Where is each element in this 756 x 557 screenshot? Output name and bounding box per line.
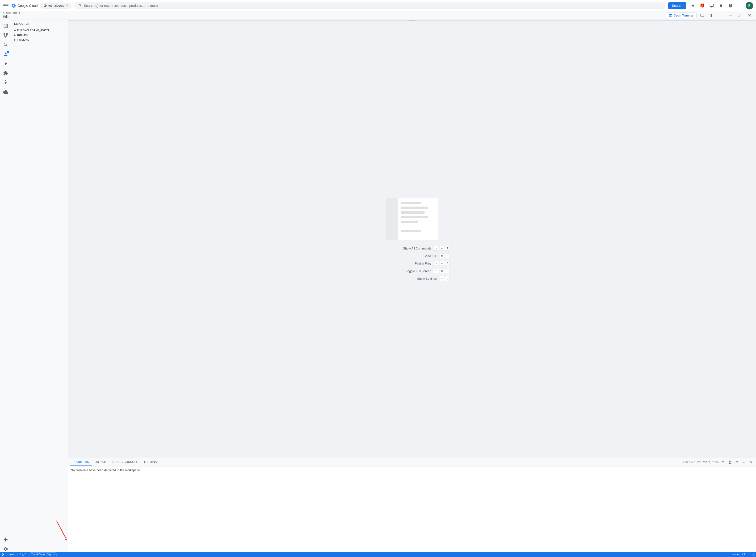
extensions-icon: [3, 70, 8, 76]
google-cloud-logo[interactable]: Google Cloud: [11, 3, 38, 8]
svg-point-6: [3, 33, 5, 35]
activity-accounts[interactable]: [1, 50, 10, 58]
accounts-badge: [7, 51, 9, 53]
editor-main: Show All Commands ⇧ ⌘ P Go to File ⌘ P: [68, 21, 302, 223]
sidebar-header: Explorer ...: [11, 20, 68, 28]
project-icon: [44, 4, 47, 7]
search-input[interactable]: [84, 4, 302, 7]
activity-extensions[interactable]: [1, 69, 10, 77]
activity-cloud[interactable]: [1, 88, 10, 96]
svg-point-7: [6, 33, 7, 35]
search-icon: [78, 4, 82, 7]
hamburger-menu[interactable]: [3, 3, 8, 8]
source-control-icon: [3, 33, 8, 38]
project-dropdown-icon: [65, 4, 68, 7]
google-cloud-icon: [11, 3, 16, 8]
editor-area: Show All Commands ⇧ ⌘ P Go to File ⌘ P: [68, 20, 302, 223]
project-chip[interactable]: test-aidemy: [40, 3, 72, 8]
sidebar-item-timeline[interactable]: ▶ TIMELINE: [11, 37, 68, 42]
logo-text: Google Cloud: [18, 4, 38, 7]
cloud-shell-title: Editor: [3, 15, 21, 19]
explorer-icon: [3, 23, 8, 29]
main-layout: Explorer ... ▶ EURONCLEGANE_666674 ▶ OUT…: [0, 20, 302, 223]
search-bar[interactable]: [74, 2, 302, 9]
activity-search-icon: [3, 42, 8, 48]
activity-bar: [0, 20, 11, 223]
svg-point-1: [45, 5, 46, 6]
project-name: test-aidemy: [48, 4, 64, 7]
sidebar: Explorer ... ▶ EURONCLEGANE_666674 ▶ OUT…: [11, 20, 68, 223]
sidebar-title: Explorer: [14, 22, 29, 25]
sidebar-more-options[interactable]: ...: [61, 22, 65, 26]
cloud-shell-label: CLOUD SHELL: [3, 12, 21, 15]
cloud-shell-bar: CLOUD SHELL Editor Open Terminal ⋮ — ✕: [0, 11, 302, 20]
chevron-right-icon: ▶: [14, 29, 16, 32]
sidebar-euronclegane-label: EURONCLEGANE_666674: [17, 29, 49, 32]
sidebar-timeline-label: TIMELINE: [17, 38, 29, 41]
sidebar-outline-label: OUTLINE: [17, 33, 28, 36]
activity-source-control[interactable]: [1, 31, 10, 40]
sidebar-item-outline[interactable]: ▶ OUTLINE: [11, 33, 68, 37]
sidebar-item-euronclegane[interactable]: ▶ EURONCLEGANE_666674: [11, 28, 68, 33]
timeline-chevron-icon: ▶: [14, 38, 16, 41]
activity-run[interactable]: [1, 59, 10, 68]
activity-explorer[interactable]: [1, 22, 10, 30]
outline-chevron-icon: ▶: [14, 34, 16, 36]
testing-icon: [3, 80, 8, 85]
top-nav: Google Cloud test-aidemy Search ★ 🎁 ⋮ E: [0, 0, 302, 11]
cloud-icon: [3, 89, 8, 94]
activity-search[interactable]: [1, 40, 10, 49]
run-debug-icon: [3, 61, 8, 66]
activity-testing[interactable]: [1, 78, 10, 87]
